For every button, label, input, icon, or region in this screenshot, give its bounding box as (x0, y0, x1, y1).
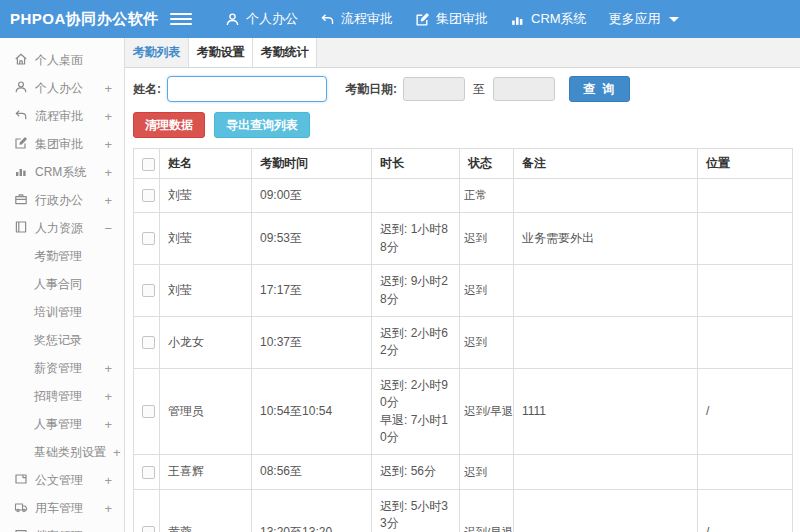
employee-name-link[interactable]: 刘莹 (160, 265, 252, 317)
user-icon (225, 12, 240, 27)
sidebar-item-workflow-approval[interactable]: 流程审批 + (0, 102, 124, 130)
clear-data-button[interactable]: 清理数据 (133, 112, 205, 138)
table-row: 刘莹 09:53至 迟到: 1小时88分 迟到 业务需要外出 (134, 213, 793, 265)
expand-sign: + (102, 473, 112, 488)
sidebar-item-label: 集团审批 (35, 136, 95, 153)
nav-item-workflow-approval[interactable]: 流程审批 (309, 0, 404, 38)
employee-name-link[interactable]: 管理员 (160, 368, 252, 455)
name-label: 姓名: (133, 81, 161, 98)
sidebar-item-label: 人事合同 (34, 276, 95, 293)
duration-cell (372, 179, 460, 213)
sidebar-item-documents[interactable]: 公文管理 + (0, 466, 124, 494)
app-logo: PHPOA协同办公软件 (0, 10, 160, 29)
sidebar-item-personal-office[interactable]: 个人办公 + (0, 74, 124, 102)
sidebar-subitem-training[interactable]: 培训管理 (0, 298, 124, 326)
remark-cell (514, 489, 698, 532)
doc-icon (14, 472, 28, 489)
tab-attendance-stats[interactable]: 考勤统计 (253, 38, 317, 67)
expand-sign: + (113, 445, 121, 460)
row-checkbox[interactable] (142, 189, 155, 202)
header-duration: 时长 (372, 149, 460, 179)
nav-item-crm[interactable]: CRM系统 (499, 0, 598, 38)
status-badge: 迟到 (460, 213, 514, 265)
row-checkbox[interactable] (142, 284, 155, 297)
employee-name-link[interactable]: 王喜辉 (160, 455, 252, 489)
attendance-time: 09:53至 (252, 213, 372, 265)
row-checkbox[interactable] (142, 466, 155, 479)
row-checkbox[interactable] (142, 405, 155, 418)
sidebar-subitem-salary[interactable]: 薪资管理 + (0, 354, 124, 382)
sidebar-item-hr[interactable]: 人力资源 − (0, 214, 124, 242)
date-from-input[interactable] (403, 77, 465, 101)
location-cell: / (698, 489, 793, 532)
action-bar: 清理数据 导出查询列表 (125, 108, 800, 146)
navbar-menu: 个人办公 流程审批 集团审批 CRM系统 更多应用 (214, 0, 690, 38)
duration-cell: 迟到: 9小时28分 (372, 265, 460, 317)
tab-attendance-list[interactable]: 考勤列表 (125, 38, 189, 67)
duration-cell: 迟到: 1小时88分 (372, 213, 460, 265)
sidebar-item-admin-office[interactable]: 行政办公 + (0, 186, 124, 214)
sidebar-subitem-rewards[interactable]: 奖惩记录 (0, 326, 124, 354)
status-badge: 迟到/早退 (460, 489, 514, 532)
employee-name-link[interactable]: 黄蓉 (160, 489, 252, 532)
home-icon (14, 52, 28, 69)
attendance-time: 08:56至 (252, 455, 372, 489)
nav-item-label: 流程审批 (341, 10, 393, 28)
menu-icon[interactable] (170, 13, 192, 25)
export-list-button[interactable]: 导出查询列表 (214, 112, 310, 138)
row-checkbox[interactable] (142, 336, 155, 349)
duration-cell: 迟到: 2小时90分早退: 7小时10分 (372, 368, 460, 455)
sidebar-item-group-approval[interactable]: 集团审批 + (0, 130, 124, 158)
table-row: 管理员 10:54至10:54 迟到: 2小时90分早退: 7小时10分 迟到/… (134, 368, 793, 455)
sidebar-item-label: 个人办公 (35, 80, 95, 97)
user-icon (14, 80, 28, 97)
sidebar-subitem-recruitment[interactable]: 招聘管理 + (0, 382, 124, 410)
sidebar-item-label: 奖惩记录 (34, 332, 95, 349)
expand-sign: + (102, 165, 112, 180)
sidebar-item-label: 用车管理 (35, 500, 95, 517)
sidebar-subitem-hr-contract[interactable]: 人事合同 (0, 270, 124, 298)
date-to-input[interactable] (493, 77, 555, 101)
nav-item-more-apps[interactable]: 更多应用 (598, 0, 690, 38)
sidebar-item-label: 公文管理 (35, 472, 95, 489)
sidebar-item-label: 薪资管理 (34, 360, 95, 377)
sidebar-item-desktop[interactable]: 个人桌面 (0, 46, 124, 74)
employee-name-link[interactable]: 刘莹 (160, 213, 252, 265)
remark-cell (514, 455, 698, 489)
sidebar-subitem-personnel[interactable]: 人事管理 + (0, 410, 124, 438)
nav-item-label: 更多应用 (609, 10, 661, 28)
employee-name-link[interactable]: 小龙女 (160, 316, 252, 368)
nav-item-label: CRM系统 (531, 10, 587, 28)
sidebar-item-crm[interactable]: CRM系统 + (0, 158, 124, 186)
sidebar-item-vehicle[interactable]: 用车管理 + (0, 494, 124, 522)
sidebar-subitem-attendance[interactable]: 考勤管理 (0, 242, 124, 270)
table-row: 黄蓉 13:20至13:20 迟到: 5小时33分早退: 4小时67分 迟到/早… (134, 489, 793, 532)
employee-name-link[interactable]: 刘莹 (160, 179, 252, 213)
expand-sign: + (102, 417, 112, 432)
sidebar-item-archives[interactable]: 档案管理 + (0, 522, 124, 532)
expand-sign: + (102, 193, 112, 208)
name-input[interactable] (167, 76, 327, 102)
location-cell (698, 316, 793, 368)
collapse-sign: − (102, 221, 112, 236)
query-button[interactable]: 查 询 (569, 76, 630, 102)
remark-cell (514, 179, 698, 213)
row-checkbox[interactable] (142, 526, 155, 532)
nav-item-group-approval[interactable]: 集团审批 (404, 0, 499, 38)
table-header-row: 姓名 考勤时间 时长 状态 备注 位置 (134, 149, 793, 179)
sidebar-subitem-base-category[interactable]: 基础类别设置 + (0, 438, 124, 466)
select-all-checkbox[interactable] (142, 158, 155, 171)
sidebar-item-label: 档案管理 (35, 528, 95, 532)
status-badge: 迟到/早退 (460, 368, 514, 455)
tab-attendance-settings[interactable]: 考勤设置 (189, 38, 253, 67)
nav-item-label: 集团审批 (436, 10, 488, 28)
sidebar-item-label: 基础类别设置 (34, 444, 106, 461)
top-navbar: PHPOA协同办公软件 个人办公 流程审批 集团审批 CRM系统 更多应用 (0, 0, 800, 38)
nav-item-personal-office[interactable]: 个人办公 (214, 0, 309, 38)
tab-bar: 考勤列表 考勤设置 考勤统计 (125, 38, 800, 68)
row-checkbox[interactable] (142, 232, 155, 245)
truck-icon (14, 500, 28, 517)
header-location: 位置 (698, 149, 793, 179)
sidebar-item-label: 流程审批 (35, 108, 95, 125)
location-cell (698, 213, 793, 265)
